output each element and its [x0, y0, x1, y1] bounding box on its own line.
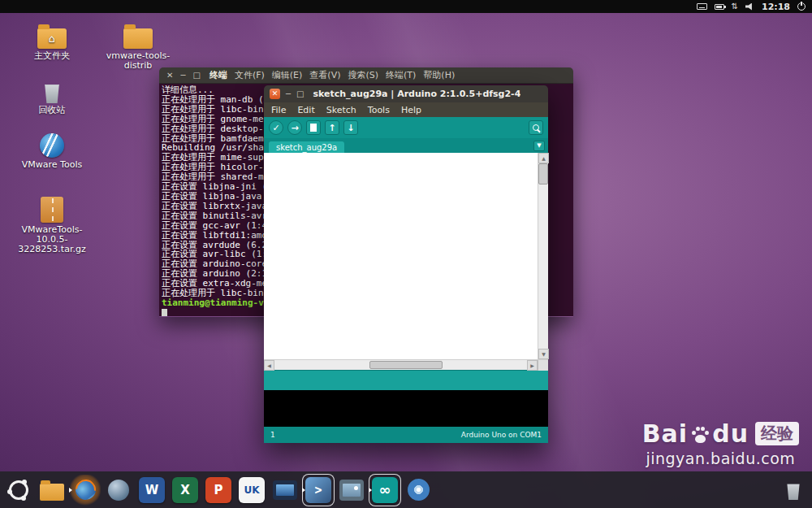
folder-icon: [123, 28, 153, 49]
running-indicator: [302, 488, 305, 493]
power-icon[interactable]: [797, 2, 806, 11]
desktop-icon-vmware-tools-distrib[interactable]: vmware-tools-distrib: [101, 23, 175, 71]
archive-icon: [41, 197, 63, 223]
dock-item-display-app[interactable]: [270, 475, 300, 506]
board-port-label: Arduino Uno on COM1: [461, 431, 542, 439]
dock-item-terminal[interactable]: >: [303, 475, 334, 506]
dock-item-excel[interactable]: X: [170, 475, 201, 506]
dock-item-powerpoint[interactable]: P: [203, 475, 234, 506]
vmware-icon: [40, 133, 64, 158]
menu-help[interactable]: Help: [401, 105, 421, 115]
upload-button[interactable]: →: [287, 120, 302, 135]
scroll-right-icon[interactable]: ▶: [527, 360, 538, 371]
jingyan-url: jingyan.baidu.com: [642, 449, 799, 467]
dock-item-files[interactable]: [37, 475, 67, 506]
dock-item-photos[interactable]: [336, 475, 367, 506]
baidu-brand-text: Bai: [642, 419, 688, 448]
magnifier-icon: [533, 124, 539, 131]
scrollbar-corner: [538, 360, 548, 371]
arduino-statusbar: 1 Arduino Uno on COM1: [264, 427, 548, 443]
dock: W X P UK > ∞: [0, 471, 812, 508]
terminal-menu-help[interactable]: 帮助(H): [423, 69, 455, 81]
scrollbar-thumb[interactable]: [369, 361, 443, 369]
running-indicator: [69, 488, 72, 493]
tab-dropdown-button[interactable]: ▼: [533, 141, 545, 151]
sphere-app-icon: [108, 480, 129, 501]
maximize-icon[interactable]: □: [296, 89, 304, 98]
desktop-background: ⇅ 12:18 ⌂ 主文件夹 vmware-tools-distrib 回收站 …: [0, 0, 812, 508]
battery-icon[interactable]: [715, 4, 724, 10]
minimize-icon[interactable]: ─: [286, 89, 291, 98]
network-icon[interactable]: ⇅: [732, 2, 738, 11]
terminal-cursor: [162, 309, 167, 316]
maximize-icon[interactable]: □: [192, 71, 200, 80]
status-message-strip: [264, 370, 548, 390]
desktop-icon-label: 回收站: [39, 106, 66, 115]
dock-item-ubuntu-dash[interactable]: [3, 475, 34, 506]
home-folder-icon: ⌂: [37, 28, 67, 49]
code-editor[interactable]: ▲ ▼: [264, 153, 548, 359]
arduino-titlebar: ✕ ─ □ sketch_aug29a | Arduino 2:1.0.5+df…: [264, 85, 548, 102]
photos-icon: [339, 480, 364, 501]
console-output: [264, 390, 548, 427]
running-indicator: [369, 488, 372, 493]
baidu-watermark: Bai du 经验 jingyan.baidu.com: [642, 419, 799, 467]
new-sketch-button[interactable]: [306, 120, 321, 135]
minimize-icon[interactable]: ─: [180, 71, 185, 80]
uk-app-icon: UK: [239, 477, 265, 503]
scroll-up-icon[interactable]: ▲: [538, 153, 549, 163]
scroll-down-icon[interactable]: ▼: [538, 349, 549, 359]
close-icon[interactable]: ✕: [166, 71, 173, 80]
horizontal-scrollbar[interactable]: ◀ ▶: [264, 359, 548, 370]
terminal-menu-edit[interactable]: 编辑(E): [272, 69, 303, 81]
serial-monitor-button[interactable]: [529, 120, 543, 135]
dock-item-trash[interactable]: [778, 475, 809, 506]
desktop-icon-label: VMware Tools: [22, 160, 82, 170]
excel-icon: X: [172, 477, 198, 503]
arduino-window: ✕ ─ □ sketch_aug29a | Arduino 2:1.0.5+df…: [264, 85, 548, 443]
clock[interactable]: 12:18: [762, 2, 790, 12]
top-panel: ⇅ 12:18: [0, 0, 812, 13]
files-icon: [40, 484, 64, 501]
menu-sketch[interactable]: Sketch: [326, 105, 356, 115]
terminal-menu-file[interactable]: 文件(F): [235, 69, 265, 81]
terminal-titlebar: ✕ ─ □ 终端 文件(F) 编辑(E) 查看(V) 搜索(S) 终端(T) 帮…: [159, 67, 573, 84]
terminal-menu-view[interactable]: 查看(V): [309, 69, 340, 81]
trash-icon: [43, 83, 61, 103]
desktop-icon-vmware-archive[interactable]: VMwareTools-10.0.5-3228253.tar.gz: [15, 197, 89, 254]
powerpoint-icon: P: [205, 477, 231, 503]
dock-item-word[interactable]: W: [136, 475, 167, 506]
dock-item-arduino[interactable]: ∞: [369, 475, 400, 506]
open-button[interactable]: ↑: [325, 120, 339, 135]
close-icon[interactable]: ✕: [270, 89, 280, 99]
baidu-brand-text: du: [712, 419, 749, 448]
ubuntu-logo-icon: [9, 480, 28, 500]
desktop-icon-home-folder[interactable]: ⌂ 主文件夹: [15, 23, 89, 61]
volume-icon[interactable]: [745, 3, 754, 11]
tab-sketch-aug29a[interactable]: sketch_aug29a: [269, 141, 344, 153]
menu-edit[interactable]: Edit: [297, 105, 314, 115]
menu-tools[interactable]: Tools: [368, 105, 390, 115]
desktop-icon-vmware-tools[interactable]: VMware Tools: [15, 133, 89, 170]
dock-item-uk-app[interactable]: UK: [236, 475, 267, 506]
menu-file[interactable]: File: [271, 105, 286, 115]
terminal-app-icon: >: [305, 477, 331, 503]
keyboard-indicator-icon[interactable]: [697, 3, 707, 10]
desktop-icon-trash[interactable]: 回收站: [15, 78, 89, 115]
media-player-icon: [408, 479, 430, 501]
dock-item-firefox[interactable]: [70, 475, 101, 506]
terminal-menu-terminal[interactable]: 终端(T): [386, 69, 416, 81]
display-app-icon: [273, 480, 297, 500]
vertical-scrollbar[interactable]: ▲ ▼: [538, 153, 548, 359]
dock-item-sphere-app[interactable]: [103, 475, 134, 506]
word-icon: W: [139, 477, 165, 503]
scroll-left-icon[interactable]: ◀: [264, 360, 274, 371]
terminal-menu-search[interactable]: 搜索(S): [348, 69, 378, 81]
baidu-paw-icon: [692, 425, 708, 443]
scrollbar-thumb[interactable]: [538, 163, 548, 185]
verify-button[interactable]: ✓: [269, 120, 283, 135]
desktop-icon-label: VMwareTools-10.0.5-3228253.tar.gz: [15, 225, 89, 254]
dock-item-media-player[interactable]: [403, 475, 434, 506]
trash-icon: [786, 482, 801, 500]
save-button[interactable]: ↓: [343, 120, 358, 135]
